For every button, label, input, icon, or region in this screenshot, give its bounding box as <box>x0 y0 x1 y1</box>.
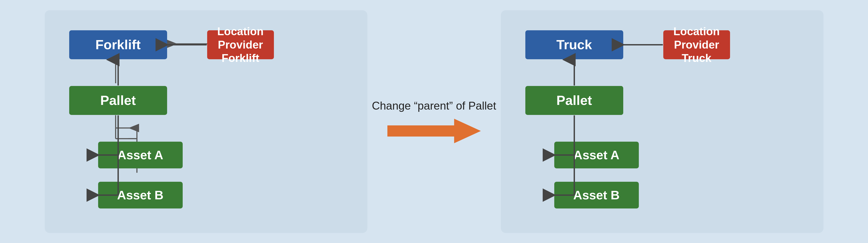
location-provider-forklift-label: Location Provider Forklift <box>211 25 270 65</box>
left-diagram-panel: Forklift Location Provider Forklift Pall… <box>45 10 367 233</box>
truck-label: Truck <box>556 37 592 52</box>
asset-b-label-left: Asset B <box>117 188 163 202</box>
asset-a-label-left: Asset A <box>117 148 163 162</box>
middle-area: Change “parent” of Pallet <box>367 10 501 233</box>
right-diagram-panel: Truck Location Provider Truck Pallet Ass… <box>501 10 824 233</box>
location-provider-truck-label: Location Provider Truck <box>667 25 726 65</box>
asset-b-label-right: Asset B <box>573 188 620 202</box>
asset-a-node-left: Asset A <box>98 142 183 168</box>
asset-b-node-left: Asset B <box>98 182 183 209</box>
forklift-label: Forklift <box>95 37 141 52</box>
change-label: Change “parent” of Pallet <box>372 99 496 113</box>
location-provider-forklift-node: Location Provider Forklift <box>207 30 274 59</box>
main-container: Forklift Location Provider Forklift Pall… <box>0 0 868 243</box>
pallet-node-right: Pallet <box>525 86 623 115</box>
location-provider-truck-node: Location Provider Truck <box>663 30 730 59</box>
asset-a-label-right: Asset A <box>574 148 619 162</box>
pallet-label-left: Pallet <box>100 93 136 108</box>
pallet-node-left: Pallet <box>69 86 167 115</box>
svg-marker-18 <box>388 119 481 143</box>
forklift-node: Forklift <box>69 30 167 59</box>
pallet-label-right: Pallet <box>556 93 592 108</box>
truck-node: Truck <box>525 30 623 59</box>
asset-b-node-right: Asset B <box>554 182 639 209</box>
asset-a-node-right: Asset A <box>554 142 639 168</box>
orange-arrow-icon <box>388 117 481 144</box>
